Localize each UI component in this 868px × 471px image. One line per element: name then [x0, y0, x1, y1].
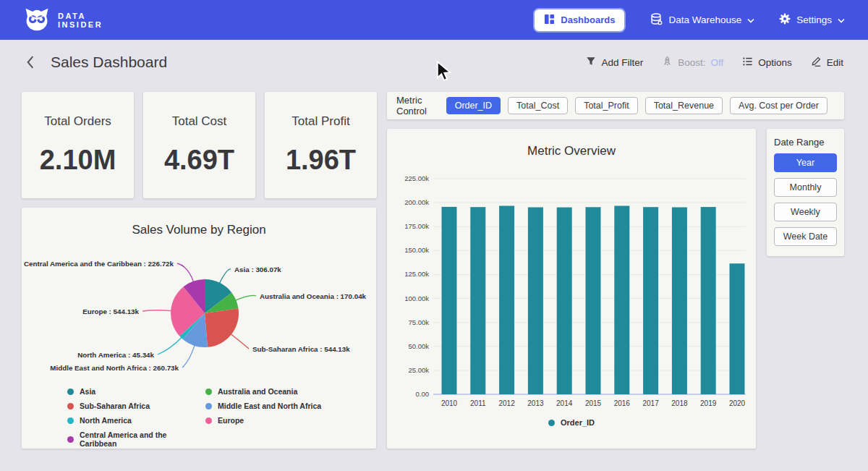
kpi-label: Total Cost	[172, 114, 227, 129]
date-range-year[interactable]: Year	[774, 153, 837, 172]
y-tick-label: 75.00k	[408, 318, 429, 326]
date-range-options: YearMonthlyWeeklyWeek Date	[774, 153, 837, 246]
x-tick-label: 2020	[729, 399, 746, 407]
x-tick-label: 2014	[556, 399, 573, 407]
kpi-card-total-profit: Total Profit1.96T	[265, 92, 377, 198]
date-range-monthly[interactable]: Monthly	[774, 178, 837, 197]
bar-2020	[730, 263, 745, 394]
date-range-panel: Date Range YearMonthlyWeeklyWeek Date	[767, 129, 844, 256]
pie-callout-line	[230, 334, 249, 349]
pie-slice-label: Australia and Oceania : 170.04k	[260, 292, 367, 300]
pie-callout-line	[182, 344, 195, 368]
app-root: DATA INSIDER Dashboards	[0, 0, 868, 471]
pie-callout-line	[219, 269, 231, 284]
bar-2010	[442, 207, 457, 394]
chevron-down-icon	[838, 14, 845, 25]
legend-dot	[548, 420, 555, 426]
y-tick-label: 25.00k	[408, 366, 429, 374]
kpi-value: 2.10M	[40, 145, 116, 176]
gear-icon	[779, 13, 791, 27]
pie-legend-item: Sub-Saharan Africa	[67, 402, 205, 410]
legend-dot	[67, 436, 74, 443]
brand-line2: INSIDER	[58, 20, 103, 29]
metric-chip-total-revenue[interactable]: Total_Revenue	[645, 97, 723, 114]
pie-callout-line	[235, 295, 257, 300]
legend-dot	[67, 417, 74, 424]
page-title: Sales Dashboard	[51, 54, 167, 71]
pie-legend-item: Australia and Oceania	[205, 387, 321, 396]
metric-control-bar: Metric Control Order_IDTotal_CostTotal_P…	[387, 92, 844, 119]
y-tick-label: 200.00k	[404, 198, 429, 206]
metric-control-label: Metric Control	[396, 95, 435, 116]
back-button[interactable]	[25, 55, 36, 69]
pie-callout-line	[142, 310, 172, 311]
pie-chart: Asia : 306.07kAustralia and Oceania : 17…	[22, 242, 376, 380]
metric-chip-avg-cost-per-order[interactable]: Avg. Cost per Order	[730, 97, 827, 114]
y-tick-label: 175.00k	[404, 222, 429, 230]
bar-chart: 0.0025.00k50.00k75.00k100.00k125.00k150.…	[391, 165, 753, 415]
date-range-label: Date Range	[774, 137, 837, 148]
pie-slice-sub-saharan-africa	[205, 308, 239, 347]
bar-2017	[643, 207, 658, 394]
edit-button[interactable]: Edit	[811, 56, 843, 69]
legend-dot	[67, 403, 74, 410]
metric-chip-total-cost[interactable]: Total_Cost	[508, 97, 568, 114]
y-tick-label: 100.00k	[404, 294, 429, 302]
pie-slice-label: Middle East and North Africa : 260.73k	[50, 364, 179, 372]
bar-legend: Order_ID	[387, 418, 756, 427]
x-tick-label: 2016	[614, 399, 631, 407]
metric-options: Order_IDTotal_CostTotal_ProfitTotal_Reve…	[446, 97, 835, 114]
kpi-label: Total Orders	[44, 114, 111, 129]
y-tick-label: 125.00k	[404, 270, 429, 278]
date-range-week-date[interactable]: Week Date	[774, 227, 837, 246]
x-tick-label: 2017	[642, 399, 659, 407]
bar-2018	[672, 208, 687, 395]
pie-legend-item: North America	[67, 416, 205, 425]
x-tick-label: 2012	[498, 399, 515, 407]
kpi-value: 1.96T	[286, 145, 356, 176]
settings-menu[interactable]: Settings	[779, 13, 845, 27]
legend-dot	[67, 389, 74, 395]
metric-chip-order-id[interactable]: Order_ID	[446, 97, 501, 114]
bar-2015	[586, 207, 601, 394]
y-tick-label: 0.00	[416, 390, 430, 398]
list-icon	[742, 56, 753, 69]
kpi-label: Total Profit	[292, 114, 349, 129]
legend-dot	[205, 403, 212, 410]
y-tick-label: 150.00k	[404, 246, 429, 254]
pie-slice-label: Europe : 544.13k	[82, 307, 139, 315]
date-range-weekly[interactable]: Weekly	[774, 203, 837, 221]
pie-legend-item: Central America and the Caribbean	[67, 430, 205, 448]
x-tick-label: 2010	[441, 399, 458, 407]
pie-legend-item: Asia	[67, 387, 205, 396]
brand-logo[interactable]: DATA INSIDER	[23, 5, 103, 35]
pie-callout-line	[177, 263, 194, 283]
pie-chart-card: Sales Volume by Region Asia : 306.07kAus…	[22, 208, 376, 449]
pencil-icon	[811, 56, 822, 69]
bar-2019	[701, 207, 716, 394]
legend-label: Order_ID	[561, 418, 595, 427]
kpi-value: 4.69T	[164, 145, 234, 176]
x-tick-label: 2015	[585, 399, 602, 407]
boost-toggle[interactable]: Boost: Off	[662, 56, 723, 69]
pie-legend-item: Europe	[205, 416, 321, 425]
bar-2013	[528, 208, 543, 395]
x-tick-label: 2019	[700, 399, 717, 407]
dashboards-icon	[544, 14, 555, 27]
x-tick-label: 2011	[470, 399, 486, 407]
options-button[interactable]: Options	[742, 56, 792, 69]
legend-dot	[205, 417, 212, 424]
metric-chip-total-profit[interactable]: Total_Profit	[575, 97, 638, 114]
bar-2014	[557, 208, 572, 394]
filter-icon	[586, 56, 596, 69]
bar-2016	[614, 206, 629, 395]
pie-callout-line	[158, 337, 182, 355]
pie-legend: AsiaAustralia and OceaniaSub-Saharan Afr…	[67, 387, 321, 448]
data-warehouse-menu[interactable]: Data Warehouse	[650, 13, 754, 27]
add-filter-button[interactable]: Add Filter	[586, 56, 643, 69]
bar-chart-card: Metric Overview 0.0025.00k50.00k75.00k10…	[387, 129, 756, 449]
owl-logo-icon	[23, 5, 51, 35]
data-warehouse-icon	[650, 13, 663, 27]
navbar: DATA INSIDER Dashboards	[0, 0, 868, 40]
dashboards-button[interactable]: Dashboards	[533, 8, 626, 33]
